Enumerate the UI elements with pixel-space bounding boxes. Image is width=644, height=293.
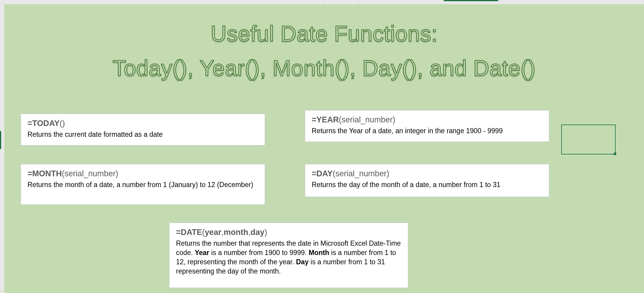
function-card-day: =DAY(serial_number) Returns the day of t… bbox=[305, 164, 549, 197]
column-selection-indicator bbox=[444, 0, 498, 1]
function-card-today: =TODAY() Returns the current date format… bbox=[21, 114, 265, 145]
function-description: Returns the current date formatted as a … bbox=[27, 130, 258, 139]
function-card-year: =YEAR(serial_number) Returns the Year of… bbox=[305, 110, 549, 142]
function-signature: =DAY(serial_number) bbox=[312, 169, 542, 178]
function-signature: =TODAY() bbox=[27, 119, 258, 128]
title-line1: Useful Date Functions: bbox=[211, 21, 438, 46]
function-card-month: =MONTH(serial_number) Returns the month … bbox=[21, 164, 265, 205]
function-signature: =DATE(year,month,day) bbox=[176, 228, 401, 237]
function-description: Returns the number that represents the d… bbox=[176, 239, 401, 276]
function-card-date: =DATE(year,month,day) Returns the number… bbox=[169, 223, 408, 288]
active-cell-selection[interactable] bbox=[561, 125, 616, 154]
function-description: Returns the month of a date, a number fr… bbox=[27, 180, 258, 189]
function-description: Returns the Year of a date, an integer i… bbox=[312, 126, 542, 136]
function-signature: =MONTH(serial_number) bbox=[27, 169, 258, 178]
function-description: Returns the day of the month of a date, … bbox=[312, 180, 542, 189]
function-signature: =YEAR(serial_number) bbox=[312, 115, 542, 125]
row-selection-indicator bbox=[0, 131, 1, 149]
title-line2: Today(), Year(), Month(), Day(), and Dat… bbox=[113, 56, 536, 81]
page-title: Useful Date Functions: Today(), Year(), … bbox=[4, 17, 644, 85]
column-header-strip bbox=[0, 0, 644, 4]
worksheet-canvas[interactable]: Useful Date Functions: Today(), Year(), … bbox=[4, 4, 644, 293]
